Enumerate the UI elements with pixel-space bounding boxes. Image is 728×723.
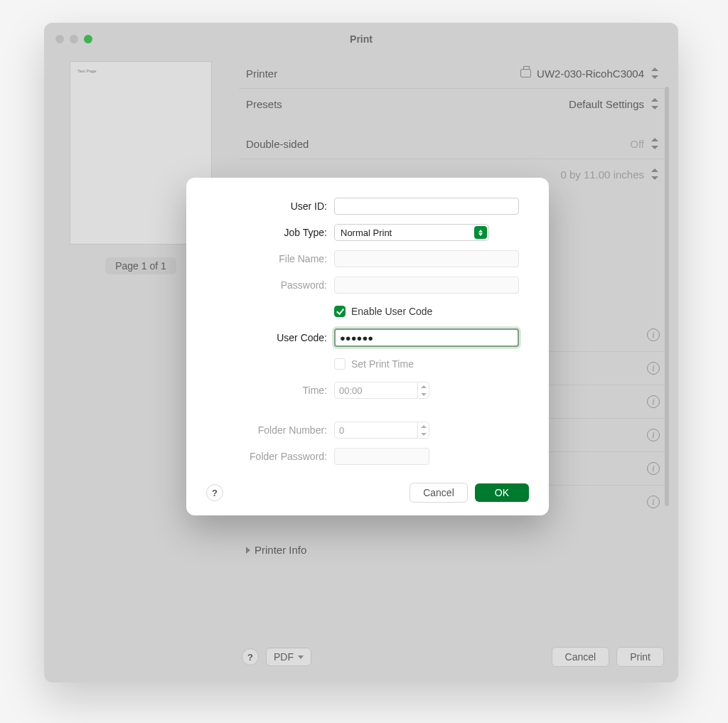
info-icon[interactable]: i bbox=[647, 462, 660, 475]
job-type-label: Job Type: bbox=[206, 227, 327, 238]
printer-row[interactable]: Printer UW2-030-RicohC3004 bbox=[239, 58, 667, 89]
time-stepper bbox=[334, 382, 429, 399]
updown-icon[interactable] bbox=[650, 67, 660, 80]
updown-icon[interactable] bbox=[650, 97, 660, 110]
updown-icon[interactable] bbox=[650, 137, 660, 150]
info-icon[interactable]: i bbox=[647, 328, 660, 341]
folder-password-input bbox=[334, 448, 429, 465]
double-sided-row[interactable]: Double-sided Off bbox=[239, 129, 667, 159]
set-print-time-checkbox bbox=[334, 358, 346, 370]
user-code-label: User Code: bbox=[206, 332, 327, 343]
file-name-input bbox=[334, 250, 519, 267]
job-type-select[interactable]: Normal Print bbox=[334, 224, 489, 241]
printer-icon bbox=[520, 69, 531, 77]
pdf-menu-button[interactable]: PDF bbox=[266, 648, 311, 666]
enable-user-code-checkbox[interactable] bbox=[334, 306, 346, 317]
double-sided-value: Off bbox=[630, 138, 644, 150]
printer-info-disclosure[interactable]: Printer Info bbox=[239, 540, 667, 560]
printer-value: UW2-030-RicohC3004 bbox=[537, 68, 644, 80]
chevron-right-icon bbox=[246, 547, 250, 554]
time-value bbox=[335, 385, 417, 396]
double-sided-label: Double-sided bbox=[246, 138, 309, 150]
bottom-bar: ? PDF Cancel Print bbox=[239, 640, 667, 671]
enable-user-code-label: Enable User Code bbox=[351, 306, 432, 317]
help-button[interactable]: ? bbox=[242, 648, 259, 665]
password-label: Password: bbox=[206, 279, 327, 291]
time-label: Time: bbox=[206, 385, 327, 396]
paper-size-hint: 0 by 11.00 inches bbox=[560, 168, 644, 181]
presets-row[interactable]: Presets Default Settings bbox=[239, 89, 667, 119]
cancel-print-button[interactable]: Cancel bbox=[552, 647, 610, 667]
updown-icon bbox=[474, 226, 487, 239]
user-id-input[interactable] bbox=[334, 198, 519, 215]
print-button[interactable]: Print bbox=[616, 647, 664, 667]
printer-label: Printer bbox=[246, 68, 277, 80]
page-indicator: Page 1 of 1 bbox=[105, 257, 176, 274]
password-input bbox=[334, 277, 519, 294]
job-type-value: Normal Print bbox=[341, 227, 392, 238]
user-id-label: User ID: bbox=[206, 200, 327, 212]
info-icon[interactable]: i bbox=[647, 395, 660, 408]
info-icon[interactable]: i bbox=[647, 429, 660, 441]
titlebar: Print bbox=[44, 23, 678, 55]
folder-number-stepper bbox=[334, 422, 429, 439]
dialog-ok-button[interactable]: OK bbox=[475, 483, 529, 502]
job-log-dialog: User ID: Job Type: Normal Print File Nam… bbox=[186, 178, 549, 515]
folder-number-value bbox=[335, 425, 417, 436]
presets-value: Default Settings bbox=[569, 98, 644, 110]
folder-password-label: Folder Password: bbox=[206, 451, 327, 462]
window-title: Print bbox=[44, 33, 678, 45]
disclosure-label: Printer Info bbox=[255, 544, 306, 556]
presets-label: Presets bbox=[246, 98, 282, 110]
thumbnail-text: Test Page bbox=[77, 69, 97, 73]
set-print-time-label: Set Print Time bbox=[351, 358, 414, 370]
info-icon[interactable]: i bbox=[647, 362, 660, 375]
dialog-cancel-button[interactable]: Cancel bbox=[410, 483, 468, 503]
user-code-input[interactable] bbox=[334, 328, 519, 347]
folder-number-label: Folder Number: bbox=[206, 424, 327, 436]
updown-icon[interactable] bbox=[650, 168, 660, 181]
scrollbar[interactable] bbox=[665, 87, 669, 506]
pdf-label: PDF bbox=[274, 651, 294, 663]
file-name-label: File Name: bbox=[206, 253, 327, 264]
dialog-help-button[interactable]: ? bbox=[206, 484, 223, 501]
info-icon[interactable]: i bbox=[647, 496, 660, 508]
chevron-down-icon bbox=[298, 655, 304, 659]
